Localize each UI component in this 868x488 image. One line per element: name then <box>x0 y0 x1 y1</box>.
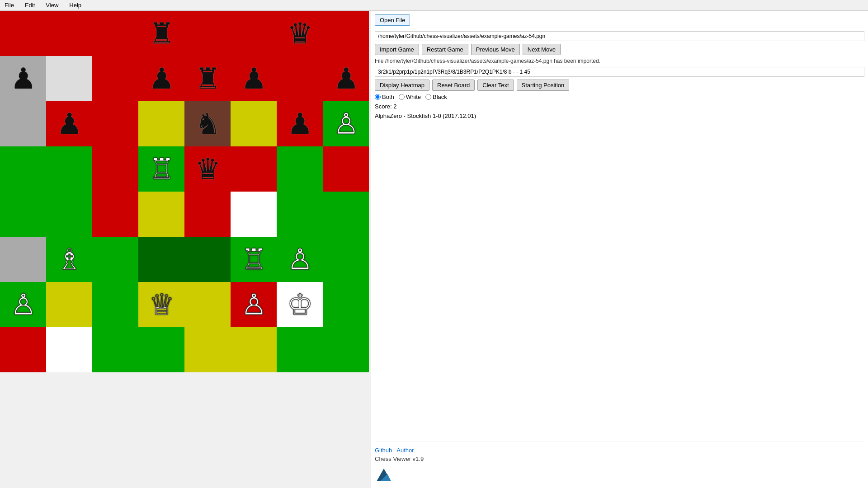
board-cell-32[interactable] <box>0 192 46 237</box>
board-cell-42[interactable] <box>92 237 138 282</box>
board-cell-62[interactable] <box>277 327 323 372</box>
board-cell-16[interactable] <box>0 101 46 146</box>
menu-file[interactable]: File <box>2 1 17 9</box>
board-cell-63[interactable] <box>323 327 369 372</box>
board-cell-3[interactable]: ♜ <box>138 11 184 56</box>
board-cell-20[interactable]: ♞ <box>184 101 231 146</box>
menu-help[interactable]: Help <box>66 1 84 9</box>
board-cell-40[interactable] <box>0 237 46 282</box>
chess-piece: ♔ <box>287 290 313 319</box>
board-cell-59[interactable] <box>138 327 184 372</box>
board-cell-52[interactable] <box>184 282 231 327</box>
board-cell-23[interactable]: ♙ <box>323 101 369 146</box>
board-cell-58[interactable] <box>92 327 138 372</box>
board-cell-47[interactable] <box>323 237 369 282</box>
board-cell-46[interactable]: ♙ <box>277 237 323 282</box>
board-cell-44[interactable] <box>184 237 231 282</box>
board-cell-55[interactable] <box>323 282 369 327</box>
board-cell-41[interactable]: ♗ <box>46 237 92 282</box>
board-cell-57[interactable] <box>46 327 92 372</box>
board-cell-54[interactable]: ♔ <box>277 282 323 327</box>
board-cell-30[interactable] <box>277 146 323 192</box>
file-path-input[interactable] <box>375 31 864 41</box>
board-cell-36[interactable] <box>184 192 231 237</box>
chess-piece: ♙ <box>287 245 313 274</box>
board-cell-21[interactable] <box>231 101 277 146</box>
board-cell-50[interactable] <box>92 282 138 327</box>
board-cell-49[interactable] <box>46 282 92 327</box>
previous-move-button[interactable]: Previous Move <box>471 44 520 55</box>
board-cell-4[interactable] <box>184 11 231 56</box>
import-game-button[interactable]: Import Game <box>375 44 419 55</box>
board-cell-43[interactable] <box>138 237 184 282</box>
board-cell-39[interactable] <box>323 192 369 237</box>
board-cell-34[interactable] <box>92 192 138 237</box>
board-cell-13[interactable]: ♟ <box>231 56 277 101</box>
menu-bar: File Edit View Help <box>0 0 868 11</box>
chess-piece: ♛ <box>287 19 313 48</box>
board-cell-8[interactable]: ♟ <box>0 56 46 101</box>
radio-both-label[interactable]: Both <box>375 94 394 100</box>
author-link[interactable]: Author <box>396 447 414 454</box>
board-cell-29[interactable] <box>231 146 277 192</box>
board-cell-10[interactable] <box>92 56 138 101</box>
board-cell-9[interactable] <box>46 56 92 101</box>
menu-view[interactable]: View <box>43 1 61 9</box>
board-cell-45[interactable]: ♖ <box>231 237 277 282</box>
board-cell-28[interactable]: ♛ <box>184 146 231 192</box>
open-file-button[interactable]: Open File <box>375 14 410 26</box>
radio-both[interactable] <box>375 94 381 100</box>
board-cell-12[interactable]: ♜ <box>184 56 231 101</box>
board-cell-0[interactable] <box>0 11 46 56</box>
board-cell-25[interactable] <box>46 146 92 192</box>
radio-white-label[interactable]: White <box>399 94 421 100</box>
radio-white[interactable] <box>399 94 405 100</box>
board-cell-38[interactable] <box>277 192 323 237</box>
reset-board-button[interactable]: Reset Board <box>432 80 475 91</box>
board-cell-51[interactable]: ♕ <box>138 282 184 327</box>
piece-color-radio-group: Both White Black <box>375 94 864 100</box>
restart-game-button[interactable]: Restart Game <box>422 44 468 55</box>
board-cell-27[interactable]: ♖ <box>138 146 184 192</box>
starting-position-button[interactable]: Starting Position <box>517 80 570 91</box>
next-move-button[interactable]: Next Move <box>523 44 561 55</box>
board-cell-61[interactable] <box>231 327 277 372</box>
board-cell-24[interactable] <box>0 146 46 192</box>
board-cell-18[interactable] <box>92 101 138 146</box>
board-cell-60[interactable] <box>184 327 231 372</box>
board-cell-31[interactable] <box>323 146 369 192</box>
board-cell-26[interactable] <box>92 146 138 192</box>
board-cell-33[interactable] <box>46 192 92 237</box>
board-cell-22[interactable]: ♟ <box>277 101 323 146</box>
board-cell-35[interactable] <box>138 192 184 237</box>
footer: Github Author Chess Viewer v1.9 <box>375 441 864 484</box>
board-cell-53[interactable]: ♙ <box>231 282 277 327</box>
radio-white-text: White <box>406 94 421 100</box>
display-heatmap-button[interactable]: Display Heatmap <box>375 80 429 91</box>
radio-black[interactable] <box>425 94 431 100</box>
chess-board-container: ♜♛♟♟♜♟♟♟♞♟♙♖♛♗♖♙♙♕♙♔ <box>0 11 371 488</box>
board-cell-14[interactable] <box>277 56 323 101</box>
menu-edit[interactable]: Edit <box>22 1 38 9</box>
board-cell-56[interactable] <box>0 327 46 372</box>
fen-input[interactable] <box>375 67 864 77</box>
board-cell-5[interactable] <box>231 11 277 56</box>
footer-version: Chess Viewer v1.9 <box>375 455 864 462</box>
clear-text-button[interactable]: Clear Text <box>477 80 514 91</box>
board-cell-15[interactable]: ♟ <box>323 56 369 101</box>
chess-piece: ♙ <box>241 290 267 319</box>
board-cell-37[interactable] <box>231 192 277 237</box>
radio-black-label[interactable]: Black <box>425 94 447 100</box>
board-cell-2[interactable] <box>92 11 138 56</box>
board-cell-17[interactable]: ♟ <box>46 101 92 146</box>
github-link[interactable]: Github <box>375 447 392 454</box>
chess-piece: ♟ <box>333 64 359 93</box>
board-cell-48[interactable]: ♙ <box>0 282 46 327</box>
board-cell-7[interactable] <box>323 11 369 56</box>
board-cell-19[interactable] <box>138 101 184 146</box>
radio-both-text: Both <box>382 94 394 100</box>
chess-piece: ♜ <box>149 19 175 48</box>
board-cell-11[interactable]: ♟ <box>138 56 184 101</box>
board-cell-1[interactable] <box>46 11 92 56</box>
board-cell-6[interactable]: ♛ <box>277 11 323 56</box>
